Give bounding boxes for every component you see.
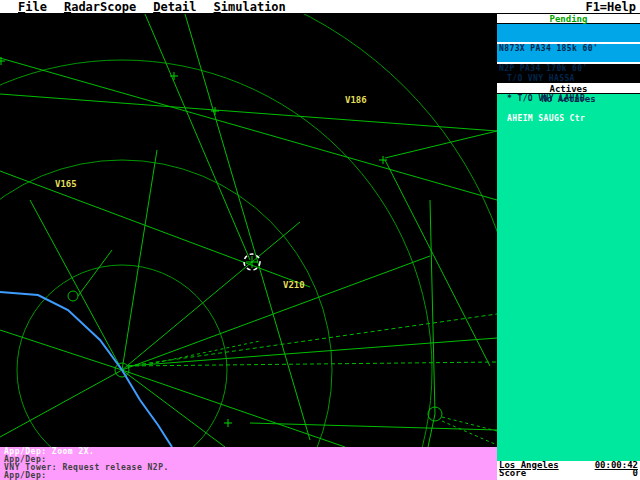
menu-file[interactable]: File (18, 1, 47, 13)
actives-panel: No Actives (497, 94, 640, 461)
airway-label-v186: V186 (345, 95, 367, 105)
radar-scope[interactable]: V186 V165 V210 (0, 14, 497, 447)
menu-items: File RadarScope Detail Simulation (18, 1, 286, 13)
flight-strip-sidebar: Pending N873X PA34 185k 60' T/O VNY HASS… (497, 14, 640, 480)
menu-simulation-label: imulation (221, 0, 286, 14)
pending-strip-n873x[interactable]: N873X PA34 185k 60' T/O VNY HASSA (497, 24, 640, 44)
coastline (0, 292, 172, 447)
menu-radarscope-label: adarScope (71, 0, 136, 14)
airway-labels: V186 V165 V210 (55, 95, 367, 290)
menu-detail[interactable]: Detail (153, 1, 196, 13)
score-value: 0 (633, 469, 638, 477)
message-line: App/Dep: Zoom 2X. (4, 448, 497, 456)
message-line: VNY Tower: Request release N2P. (4, 464, 497, 472)
menu-bar: File RadarScope Detail Simulation F1=Hel… (0, 0, 640, 14)
status-panel: Los Angeles 00:00:42 Score 0 (497, 461, 640, 477)
menu-simulation-hotkey: S (214, 0, 221, 14)
status-row-score: Score 0 (497, 469, 640, 477)
radar-canvas: V186 V165 V210 (0, 14, 497, 447)
score-label: Score (499, 469, 526, 477)
airway-lines (0, 14, 497, 447)
pending-header: Pending (497, 14, 640, 24)
airway-label-v165: V165 (55, 179, 77, 189)
airway-label-v210: V210 (283, 280, 305, 290)
menu-simulation[interactable]: Simulation (214, 1, 286, 13)
menu-radarscope[interactable]: RadarScope (64, 1, 136, 13)
message-line: App/Dep: (4, 472, 497, 480)
menu-detail-label: etail (160, 0, 196, 14)
help-shortcut[interactable]: F1=Help (585, 1, 636, 13)
fix-marks (0, 57, 387, 427)
menu-file-label: ile (25, 0, 47, 14)
message-console: App/Dep: Zoom 2X. App/Dep: VNY Tower: Re… (0, 447, 497, 480)
sim-clock: 00:00:42 (595, 461, 638, 469)
